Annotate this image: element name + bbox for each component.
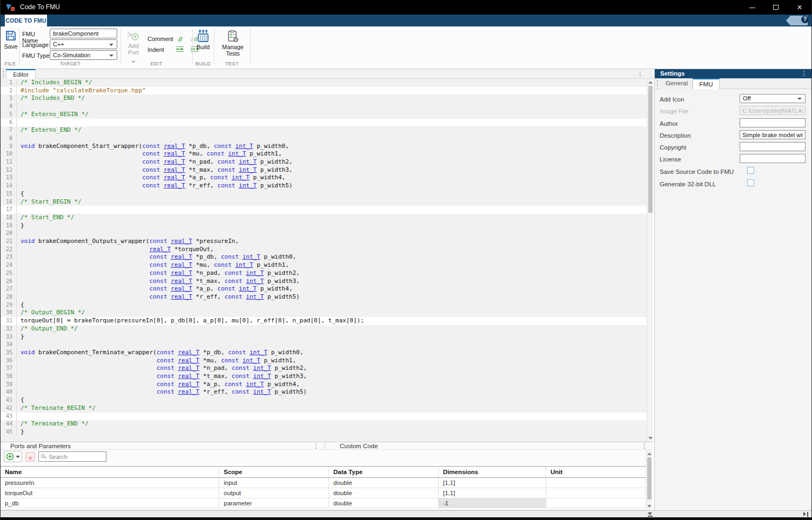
- add-entry-button[interactable]: [4, 451, 22, 462]
- custom-code-panel-header[interactable]: Custom Code ⋮: [325, 442, 653, 450]
- column-header[interactable]: Unit: [546, 467, 647, 477]
- table-scrollbar-thumb[interactable]: [647, 457, 652, 499]
- column-header[interactable]: Name: [1, 467, 219, 477]
- table-cell[interactable]: double: [329, 478, 439, 488]
- code-line[interactable]: 24 const real_T *mu, const int_T p_width…: [1, 261, 647, 269]
- maximize-button[interactable]: [764, 0, 788, 15]
- code-line[interactable]: 7/* Externs_END */: [1, 126, 647, 134]
- add-port-button[interactable]: Add Port: [123, 30, 144, 63]
- editor-menu-icon[interactable]: ⋮: [637, 70, 643, 78]
- code-line[interactable]: 22 real_T *torqueOut,: [1, 246, 647, 254]
- code-line[interactable]: 21void brakeComponent_Outputs_wrapper(co…: [1, 238, 647, 246]
- scroll-down-icon[interactable]: [647, 505, 652, 508]
- code-line[interactable]: 41{: [1, 396, 647, 404]
- code-line[interactable]: 8: [1, 134, 647, 143]
- code-line[interactable]: 31torqueOut[0] = brakeTorque(pressureIn[…: [1, 317, 647, 325]
- code-area[interactable]: 1/* Includes_BEGIN */2#include "calculat…: [1, 79, 647, 442]
- code-line[interactable]: 3/* Includes_END */: [1, 94, 647, 103]
- save-button[interactable]: Save: [3, 30, 19, 58]
- table-cell[interactable]: [546, 498, 647, 508]
- custom-code-menu-icon[interactable]: ⋮: [641, 442, 648, 450]
- code-line[interactable]: 1/* Includes_BEGIN */: [1, 79, 647, 87]
- search-input[interactable]: [49, 453, 105, 461]
- code-line[interactable]: 11 const real_T *n_pad, const int_T p_wi…: [1, 158, 647, 166]
- table-row[interactable]: pressureIninputdouble[1,1]: [1, 478, 647, 488]
- code-line[interactable]: 18/* Start_END */: [1, 214, 647, 222]
- code-line[interactable]: 45}: [1, 428, 647, 436]
- tab-general[interactable]: General: [661, 78, 693, 89]
- save-source-checkbox[interactable]: [747, 167, 754, 174]
- code-line[interactable]: 2#include "calculateBrakeTorque.hpp": [1, 87, 647, 95]
- code-line[interactable]: 37 const real_T *n_pad, const int_T p_wi…: [1, 364, 647, 373]
- code-line[interactable]: 27 const real_T *a_p, const int_T p_widt…: [1, 285, 647, 293]
- generate-dll-checkbox[interactable]: [747, 179, 754, 186]
- author-input[interactable]: [740, 118, 806, 127]
- code-line[interactable]: 40 const real_T *r_eff, const int_T p_wi…: [1, 388, 647, 396]
- table-cell[interactable]: parameter: [219, 498, 329, 508]
- column-header[interactable]: Scope: [219, 467, 329, 477]
- table-cell[interactable]: [546, 478, 647, 488]
- code-line[interactable]: 36 const real_T *mu, const int_T p_width…: [1, 357, 647, 365]
- add-icon-dropdown[interactable]: Off: [740, 94, 806, 103]
- code-line[interactable]: 23 const real_T *p_db, const int_T p_wid…: [1, 253, 647, 261]
- column-header[interactable]: Data Type: [329, 467, 439, 477]
- table-cell[interactable]: input: [219, 478, 329, 488]
- tab-editor[interactable]: Editor: [6, 69, 36, 79]
- code-line[interactable]: 4: [1, 103, 647, 111]
- close-button[interactable]: ×: [788, 0, 811, 15]
- license-input[interactable]: [740, 154, 806, 163]
- table-cell[interactable]: [546, 488, 647, 498]
- tab-fmu[interactable]: FMU: [693, 78, 720, 89]
- code-line[interactable]: 35void brakeComponent_Terminate_wrapper(…: [1, 349, 647, 357]
- tab-code-to-fmu[interactable]: CODE TO FMU: [5, 15, 47, 26]
- code-line[interactable]: 29{: [1, 301, 647, 309]
- help-icon[interactable]: ?: [801, 16, 809, 23]
- table-cell[interactable]: output: [219, 488, 329, 498]
- table-cell[interactable]: [1,1]: [439, 488, 546, 498]
- editor-scrollbar-thumb[interactable]: [648, 86, 653, 213]
- minimize-button[interactable]: [740, 0, 764, 15]
- description-input[interactable]: [740, 130, 806, 139]
- code-line[interactable]: 39 const real_T *a_p, const int_T p_widt…: [1, 381, 647, 389]
- table-cell[interactable]: -1: [439, 498, 546, 508]
- copyright-input[interactable]: [740, 142, 806, 151]
- editor-scrollbar[interactable]: [647, 79, 653, 442]
- indent-button[interactable]: [176, 45, 184, 55]
- table-cell[interactable]: pressureIn: [1, 478, 219, 488]
- panel-grip-icon[interactable]: [657, 80, 658, 86]
- code-line[interactable]: 20: [1, 229, 647, 238]
- settings-menu-icon[interactable]: ⋮: [801, 70, 807, 77]
- table-cell[interactable]: [1,1]: [439, 478, 546, 488]
- table-scrollbar[interactable]: [646, 450, 652, 510]
- code-line[interactable]: 38 const real_T *t_max, const int_T p_wi…: [1, 373, 647, 381]
- code-line[interactable]: 44/* Terminate_END */: [1, 420, 647, 428]
- table-cell[interactable]: double: [329, 498, 439, 508]
- table-cell[interactable]: double: [329, 488, 439, 498]
- code-line[interactable]: 9void brakeComponent_Start_wrapper(const…: [1, 143, 647, 151]
- code-line[interactable]: 33}: [1, 333, 647, 341]
- code-line[interactable]: 19}: [1, 222, 647, 230]
- manage-tests-button[interactable]: Manage Tests: [216, 30, 250, 58]
- code-line[interactable]: 25 const real_T *n_pad, const int_T p_wi…: [1, 269, 647, 278]
- language-dropdown[interactable]: C++: [50, 39, 117, 49]
- code-line[interactable]: 17: [1, 206, 647, 214]
- scroll-up-icon[interactable]: [648, 81, 653, 84]
- code-line[interactable]: 10 const real_T *mu, const int_T p_width…: [1, 150, 647, 158]
- code-line[interactable]: 43: [1, 413, 647, 421]
- scroll-down-icon[interactable]: [648, 437, 653, 440]
- code-line[interactable]: 16/* Start_BEGIN */: [1, 198, 647, 206]
- code-line[interactable]: 26 const real_T *t_max, const int_T p_wi…: [1, 278, 647, 286]
- code-line[interactable]: 6: [1, 119, 647, 127]
- panel-grip-icon[interactable]: [3, 71, 4, 77]
- delete-entry-button[interactable]: ×: [25, 452, 35, 462]
- fmu-type-dropdown[interactable]: Co-Simulation: [50, 50, 117, 60]
- table-row[interactable]: p_dbparameterdouble-1: [1, 498, 647, 509]
- build-button[interactable]: Build: [194, 30, 212, 58]
- ports-parameters-panel-header[interactable]: Ports and Parameters ⋮: [1, 442, 325, 450]
- code-line[interactable]: 12 const real_T *t_max, const int_T p_wi…: [1, 166, 647, 174]
- code-line[interactable]: 13 const real_T *a_p, const int_T p_widt…: [1, 174, 647, 182]
- code-line[interactable]: 28 const real_T *r_eff, const int_T p_wi…: [1, 293, 647, 301]
- code-line[interactable]: 15{: [1, 190, 647, 198]
- scroll-to-bottom-icon[interactable]: [648, 512, 653, 517]
- fmu-name-input[interactable]: [50, 29, 117, 38]
